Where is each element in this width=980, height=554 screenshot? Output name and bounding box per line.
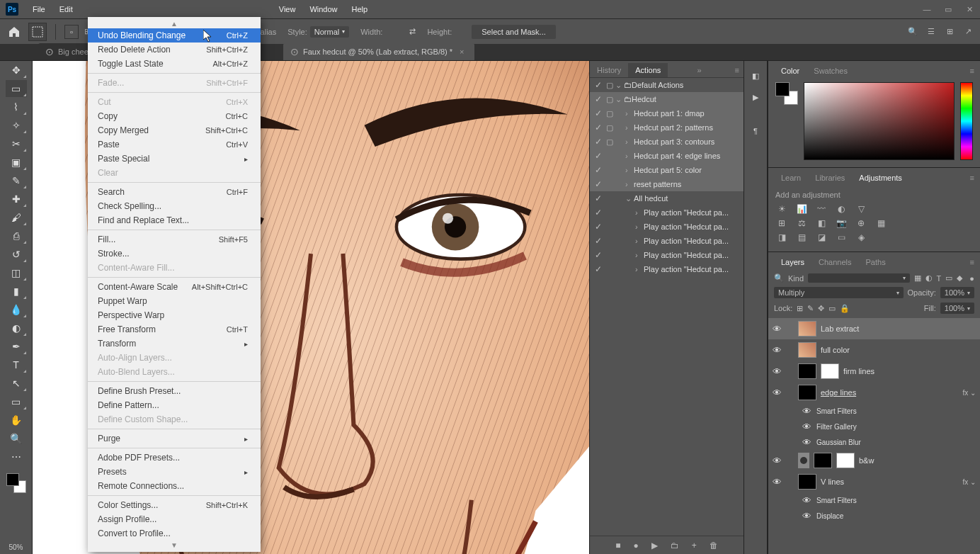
visibility-icon[interactable]: 👁 — [802, 437, 816, 448]
color-fgbg[interactable] — [775, 82, 798, 105]
disclosure-icon[interactable]: › — [635, 265, 644, 273]
threshold-icon[interactable]: ◪ — [815, 232, 828, 243]
search-icon[interactable]: 🔍 — [906, 26, 919, 38]
tab-libraries[interactable]: Libraries — [808, 171, 852, 185]
layer-row[interactable]: 👁Filter Gallery — [768, 419, 980, 434]
visibility-icon[interactable]: 👁 — [802, 406, 816, 417]
menu-item-paste-special[interactable]: Paste Special▸ — [88, 152, 261, 166]
filter-pixel-icon[interactable]: ▦ — [914, 273, 921, 283]
action-row[interactable]: ✓▢⌄🗀 Default Actions — [590, 78, 743, 92]
kind-dropdown[interactable]: ▾ — [808, 273, 910, 283]
share-icon[interactable]: ☰ — [925, 26, 938, 38]
check-icon[interactable]: ✓ — [593, 165, 604, 175]
layer-row[interactable]: 👁 Lab extract — [768, 318, 980, 339]
disclosure-icon[interactable]: › — [635, 237, 644, 245]
filter-shape-icon[interactable]: ▭ — [945, 273, 952, 283]
vibrance-icon[interactable]: ▽ — [855, 203, 867, 215]
menu-window[interactable]: Window — [302, 2, 344, 16]
layer-name[interactable]: Displace — [816, 512, 976, 520]
check-icon[interactable]: ✓ — [593, 123, 604, 132]
layer-thumb[interactable] — [798, 474, 816, 490]
visibility-icon[interactable]: 👁 — [773, 324, 787, 334]
layer-thumb[interactable] — [814, 453, 832, 468]
layer-thumb[interactable] — [798, 342, 816, 358]
check-icon[interactable]: ✓ — [593, 250, 604, 260]
tab-actions[interactable]: Actions — [628, 63, 668, 77]
zoom-level[interactable]: 50% — [6, 541, 25, 554]
layer-name[interactable]: Lab extract — [821, 324, 976, 333]
play-icon[interactable]: ▶ — [748, 89, 763, 105]
menu-item-puppet-warp[interactable]: Puppet Warp — [88, 294, 261, 308]
filter-adj-icon[interactable]: ◐ — [925, 273, 933, 283]
layer-row[interactable]: 👁 edge linesfx ⌄ — [768, 382, 980, 403]
blur-tool[interactable]: 💧 — [6, 301, 27, 318]
marquee-tool[interactable]: ▭ — [6, 80, 27, 97]
invert-icon[interactable]: ◨ — [775, 232, 788, 243]
photofilter-icon[interactable]: 📷 — [835, 217, 848, 229]
menu-help[interactable]: Help — [345, 2, 375, 16]
action-row[interactable]: ✓⌄All hedcut — [590, 191, 743, 205]
layer-thumb[interactable] — [798, 385, 816, 400]
bw-icon[interactable]: ◧ — [815, 217, 828, 229]
action-row[interactable]: ✓▢›Hedcut part 2: patterns — [590, 120, 743, 135]
disclosure-icon[interactable]: › — [625, 123, 634, 132]
layer-row[interactable]: 👁Smart Filters — [768, 492, 980, 508]
menu-view[interactable]: View — [272, 2, 303, 16]
layer-name[interactable]: edge lines — [821, 388, 962, 397]
check-icon[interactable]: ✓ — [593, 94, 604, 104]
filter-smart-icon[interactable]: ◆ — [957, 273, 962, 283]
layer-name[interactable]: V lines — [821, 477, 962, 486]
new-set-icon[interactable]: 🗀 — [671, 541, 679, 550]
dialog-toggle-icon[interactable]: ▢ — [604, 109, 615, 118]
menu-item-purge[interactable]: Purge▸ — [88, 431, 261, 446]
lock-image-icon[interactable]: ✎ — [807, 304, 814, 313]
export-icon[interactable]: ↗ — [962, 26, 974, 38]
fx-icon[interactable]: fx ⌄ — [962, 389, 976, 397]
disclosure-icon[interactable]: › — [625, 180, 634, 188]
style-dropdown[interactable]: Normal▾ — [310, 26, 349, 38]
selection-new-icon[interactable]: ▫ — [64, 25, 79, 39]
hue-slider[interactable] — [960, 82, 973, 160]
lasso-tool[interactable]: ⌇ — [6, 98, 27, 115]
restore-button[interactable]: ▭ — [939, 3, 957, 16]
menu-item-color-settings[interactable]: Color Settings...Shift+Ctrl+K — [88, 498, 261, 512]
layer-row[interactable]: 👁 b&w — [768, 450, 980, 471]
menu-item-copy[interactable]: CopyCtrl+C — [88, 109, 261, 123]
home-icon[interactable] — [6, 23, 23, 40]
selectivecolor-icon[interactable]: ◈ — [855, 232, 867, 243]
disclosure-icon[interactable]: › — [625, 166, 634, 174]
hand-tool[interactable]: ✋ — [6, 412, 27, 429]
opacity-input[interactable]: 100%▾ — [940, 287, 974, 298]
channelmixer-icon[interactable]: ⊕ — [855, 217, 867, 229]
panel-menu-icon[interactable]: ≡ — [731, 63, 743, 77]
minimize-button[interactable]: — — [918, 3, 936, 16]
action-row[interactable]: ✓›Play action "Hedcut pa... — [590, 205, 743, 220]
character-icon[interactable]: ¶ — [748, 123, 763, 139]
edit-toolbar-tool[interactable]: ⋯ — [6, 448, 27, 465]
layer-name[interactable]: Filter Gallery — [816, 423, 976, 431]
fgbg-swatches[interactable] — [5, 472, 28, 494]
zoom-tool[interactable]: 🔍 — [6, 430, 27, 447]
menu-item-perspective-warp[interactable]: Perspective Warp — [88, 308, 261, 322]
check-icon[interactable]: ✓ — [593, 208, 604, 217]
exposure-icon[interactable]: ◐ — [835, 203, 848, 215]
visibility-icon[interactable]: 👁 — [773, 456, 787, 466]
color-field[interactable] — [804, 82, 955, 160]
check-icon[interactable]: ✓ — [593, 222, 604, 232]
dialog-toggle-icon[interactable]: ▢ — [604, 95, 615, 104]
layer-row[interactable]: 👁 V linesfx ⌄ — [768, 471, 980, 492]
dodge-tool[interactable]: ◐ — [6, 320, 27, 337]
disclosure-icon[interactable]: ⌄ — [615, 95, 624, 104]
disclosure-icon[interactable]: › — [635, 251, 644, 259]
pen-tool[interactable]: ✒ — [6, 338, 27, 355]
check-icon[interactable]: ✓ — [593, 137, 604, 147]
menu-item-undo-blending-change[interactable]: Undo Blending ChangeCtrl+Z — [88, 28, 261, 43]
crop-tool[interactable]: ✂ — [6, 135, 27, 152]
move-tool[interactable]: ✥ — [6, 62, 27, 79]
disclosure-icon[interactable]: ⌄ — [615, 81, 624, 90]
visibility-icon[interactable]: 👁 — [802, 495, 816, 506]
colorbalance-icon[interactable]: ⚖ — [795, 217, 808, 229]
panel-menu-icon[interactable]: ≡ — [964, 255, 980, 269]
play-icon[interactable]: ▶ — [651, 541, 658, 550]
menu-item-copy-merged[interactable]: Copy MergedShift+Ctrl+C — [88, 123, 261, 137]
